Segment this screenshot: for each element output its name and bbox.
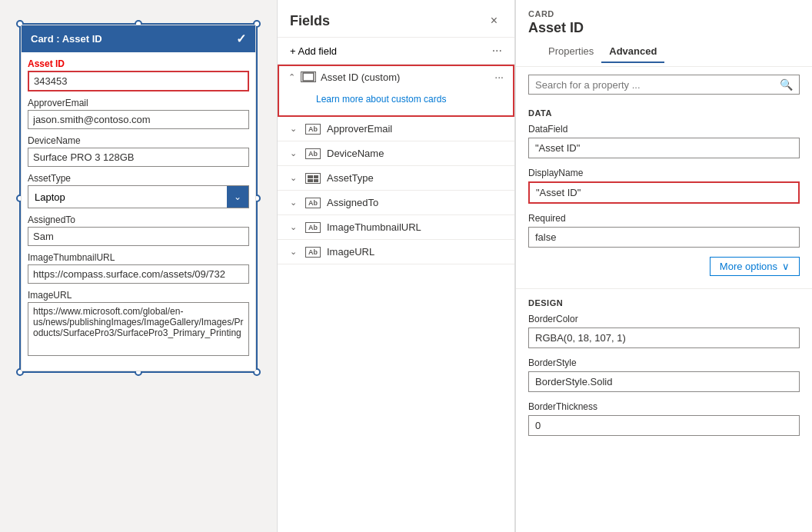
assignedto-chevron-icon: ⌄ [290, 198, 299, 208]
approveremail-field-icon: Ab [305, 124, 321, 135]
approveremail-field-name: ApproverEmail [327, 123, 502, 135]
imageurl-field-name: ImageURL [327, 246, 502, 258]
tab-properties[interactable]: Properties [541, 41, 601, 63]
left-panel: Card : Asset ID ✓ Asset ID ApproverEmail… [0, 0, 277, 532]
assettype-field-name: AssetType [327, 172, 502, 184]
prop-bordercolor-label: BorderColor [528, 314, 800, 324]
card-field-imagethumbnailurl-label: ImageThumbnailURL [28, 252, 249, 263]
prop-borderstyle-input[interactable] [528, 371, 800, 392]
prop-datafield-input[interactable] [528, 138, 800, 158]
right-section-label: CARD [528, 9, 800, 18]
svg-rect-0 [303, 73, 314, 81]
assettype-field-icon [305, 173, 321, 184]
card-field-devicename-input[interactable] [28, 148, 249, 167]
prop-borderstyle-label: BorderStyle [528, 357, 800, 368]
prop-displayname-label: DisplayName [528, 168, 800, 178]
design-section-label: DESIGN [516, 292, 812, 311]
card-field-assetid-label: Asset ID [28, 58, 249, 69]
right-panel-header: CARD Asset ID Properties Advanced [516, 0, 812, 67]
more-options-chevron-icon: ∨ [782, 261, 790, 272]
imagethumbnailurl-field-name: ImageThumbnailURL [327, 221, 502, 233]
add-field-dots[interactable]: ··· [492, 44, 502, 58]
field-item-approveremail[interactable]: ⌄ Ab ApproverEmail [278, 117, 514, 141]
card-field-assettype-label: AssetType [28, 173, 249, 184]
right-search-box[interactable]: 🔍 [528, 75, 800, 95]
card-field-imagethumbnailurl: ImageThumbnailURL [28, 252, 249, 284]
card-field-devicename-label: DeviceName [28, 135, 249, 146]
prop-required: Required [516, 210, 812, 254]
fields-panel-close-button[interactable]: × [486, 12, 502, 29]
fields-panel-header: Fields × [278, 0, 514, 38]
card-field-assignedto-input[interactable] [28, 227, 249, 246]
card-field-imagethumbnailurl-input[interactable] [28, 264, 249, 284]
approveremail-chevron-icon: ⌄ [290, 124, 299, 134]
prop-datafield: DataField [516, 121, 812, 165]
card-wrapper: Card : Asset ID ✓ Asset ID ApproverEmail… [19, 23, 258, 373]
field-item-assettype[interactable]: ⌄ AssetType [278, 166, 514, 191]
tab-advanced[interactable]: Advanced [601, 41, 664, 63]
add-field-label: + Add field [290, 45, 337, 57]
imageurl-field-icon: Ab [305, 247, 321, 258]
assetid-chevron-icon: ⌃ [288, 72, 298, 82]
more-options-section: More options ∨ [516, 254, 812, 285]
prop-required-input[interactable] [528, 227, 800, 248]
prop-bordercolor-input[interactable] [528, 328, 800, 348]
card-body: Asset ID ApproverEmail DeviceName AssetT… [22, 52, 255, 371]
card-field-imageurl-textarea[interactable]: https://www.microsoft.com/global/en-us/n… [28, 302, 249, 356]
prop-displayname-input[interactable] [528, 181, 800, 204]
card-field-approveremail-label: ApproverEmail [28, 98, 249, 108]
card-field-assettype-select[interactable]: Laptop ⌄ [28, 185, 249, 208]
field-item-assetid-row: ⌃ Asset ID (custom) ··· [288, 71, 504, 83]
assignedto-field-icon: Ab [305, 198, 321, 208]
assettype-dropdown-arrow[interactable]: ⌄ [227, 186, 248, 208]
card-field-assetid-input[interactable] [28, 71, 249, 91]
prop-borderstyle: BorderStyle [516, 354, 812, 398]
card-field-assettype: AssetType Laptop ⌄ [28, 173, 249, 208]
devicename-field-name: DeviceName [327, 148, 502, 159]
fields-panel-title: Fields [290, 13, 330, 29]
prop-datafield-label: DataField [528, 124, 800, 135]
assetid-field-icon [301, 71, 316, 82]
card-field-assignedto-label: AssignedTo [28, 214, 249, 225]
field-item-assetid-custom[interactable]: ⌃ Asset ID (custom) ··· Learn more about… [278, 65, 514, 117]
devicename-chevron-icon: ⌄ [290, 148, 299, 158]
card-field-assettype-value: Laptop [28, 188, 227, 206]
card-field-approveremail-input[interactable] [28, 110, 249, 129]
assetid-field-name: Asset ID (custom) [321, 71, 494, 83]
field-item-imagethumbnailurl[interactable]: ⌄ Ab ImageThumbnailURL [278, 215, 514, 240]
more-options-button[interactable]: More options ∨ [710, 257, 800, 276]
imageurl-chevron-icon: ⌄ [290, 247, 299, 257]
card-field-assetid: Asset ID [28, 58, 249, 91]
prop-displayname: DisplayName [516, 165, 812, 210]
right-panel-title: Asset ID [528, 20, 800, 36]
card-field-assignedto: AssignedTo [28, 214, 249, 246]
assetid-field-dots[interactable]: ··· [494, 71, 504, 83]
right-tabs: Properties Advanced [528, 41, 800, 63]
prop-borderthickness: BorderThickness [516, 398, 812, 442]
fields-list: ⌃ Asset ID (custom) ··· Learn more about… [278, 65, 514, 532]
data-section-label: DATA [516, 102, 812, 121]
imagethumbnailurl-field-icon: Ab [305, 222, 321, 233]
add-field-row[interactable]: + Add field ··· [278, 38, 514, 65]
divider [516, 288, 812, 289]
card-field-devicename: DeviceName [28, 135, 249, 167]
custom-cards-link[interactable]: Learn more about custom cards [288, 89, 458, 111]
assignedto-field-name: AssignedTo [327, 197, 502, 208]
card-field-imageurl: ImageURL https://www.microsoft.com/globa… [28, 290, 249, 358]
fields-panel: Fields × + Add field ··· ⌃ Asset ID (cus… [277, 0, 515, 532]
prop-required-label: Required [528, 213, 800, 224]
field-item-imageurl[interactable]: ⌄ Ab ImageURL [278, 240, 514, 264]
field-item-assignedto[interactable]: ⌄ Ab AssignedTo [278, 191, 514, 215]
search-icon: 🔍 [780, 78, 793, 91]
right-search-input[interactable] [535, 79, 775, 91]
prop-borderthickness-input[interactable] [528, 415, 800, 436]
field-item-devicename[interactable]: ⌄ Ab DeviceName [278, 141, 514, 166]
card-check-icon: ✓ [236, 32, 246, 46]
imagethumbnailurl-chevron-icon: ⌄ [290, 222, 299, 232]
more-options-label: More options [720, 261, 777, 272]
card-header-title: Card : Asset ID [31, 33, 102, 45]
assettype-chevron-icon: ⌄ [290, 173, 299, 183]
card-preview: Card : Asset ID ✓ Asset ID ApproverEmail… [21, 25, 256, 371]
devicename-field-icon: Ab [305, 148, 321, 159]
card-header: Card : Asset ID ✓ [22, 25, 255, 52]
